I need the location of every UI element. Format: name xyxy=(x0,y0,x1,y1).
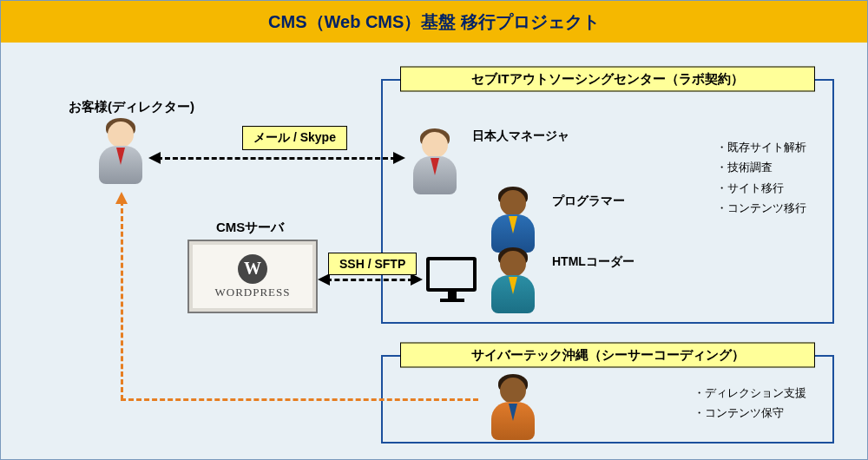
customer-label: お客様(ディレクター) xyxy=(69,99,194,115)
arrowhead-icon xyxy=(148,152,161,164)
wordpress-text: WORDPRESS xyxy=(214,286,290,299)
arrow-ssh xyxy=(326,279,413,281)
title-bar: CMS（Web CMS）基盤 移行プロジェクト xyxy=(1,1,867,43)
okinawa-worker-icon xyxy=(487,374,539,444)
customer-icon xyxy=(95,118,147,187)
task-item: 既存サイト解析 xyxy=(716,137,806,157)
arrowhead-icon xyxy=(115,192,128,204)
task-item: ディレクション支援 xyxy=(694,383,806,403)
arrow-mail xyxy=(157,157,396,160)
title-text: CMS（Web CMS）基盤 移行プロジェクト xyxy=(268,10,600,34)
coder-label: HTMLコーダー xyxy=(552,254,635,270)
arrowhead-icon xyxy=(318,273,330,286)
arrow-direction-h xyxy=(121,398,478,401)
wordpress-logo-icon: W xyxy=(238,254,267,284)
programmer-icon xyxy=(487,187,539,256)
arrowhead-icon xyxy=(393,152,405,164)
manager-label: 日本人マネージャ xyxy=(472,128,569,144)
manager-icon xyxy=(409,128,461,198)
mail-badge: メール / Skype xyxy=(242,126,347,150)
arrowhead-icon xyxy=(411,273,423,286)
server-label: CMSサーバ xyxy=(216,220,284,236)
arrow-direction-v xyxy=(121,200,123,400)
cebu-panel-title: セブITアウトソーシングセンター（ラボ契約） xyxy=(400,67,815,92)
programmer-label: プログラマー xyxy=(552,194,625,209)
task-item: 技術調査 xyxy=(716,157,806,177)
okinawa-tasks: ディレクション支援 コンテンツ保守 xyxy=(694,383,806,424)
wordpress-server-icon: W WORDPRESS xyxy=(187,240,318,313)
diagram-canvas: CMS（Web CMS）基盤 移行プロジェクト お客様(ディレクター) CMSサ… xyxy=(0,0,868,460)
coder-icon xyxy=(487,247,539,317)
task-item: コンテンツ移行 xyxy=(716,198,806,218)
okinawa-panel-title: サイバーテック沖縄（シーサーコーディング） xyxy=(400,343,815,368)
task-item: サイト移行 xyxy=(716,178,806,198)
cebu-tasks: 既存サイト解析 技術調査 サイト移行 コンテンツ移行 xyxy=(716,137,806,219)
task-item: コンテンツ保守 xyxy=(694,403,806,423)
ssh-badge: SSH / SFTP xyxy=(328,253,417,275)
monitor-icon xyxy=(426,257,478,305)
